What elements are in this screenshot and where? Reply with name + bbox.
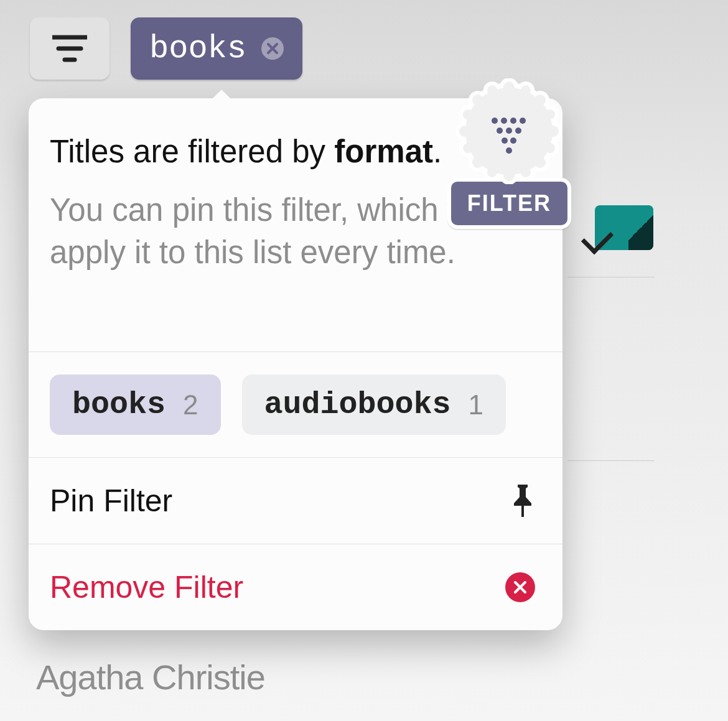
- sort-filter-button[interactable]: [30, 17, 110, 80]
- svg-point-25: [492, 118, 498, 124]
- option-count: 2: [183, 389, 198, 421]
- pin-icon: [510, 485, 535, 517]
- close-icon: [267, 43, 278, 54]
- option-label: books: [72, 387, 166, 422]
- remove-filter-label: Remove Filter: [50, 569, 243, 605]
- popover-title-prefix: Titles are filtered by: [50, 134, 334, 169]
- popover-title-suffix: .: [433, 134, 442, 169]
- active-filter-label: books: [149, 30, 246, 67]
- row-divider: [567, 277, 655, 277]
- close-icon: [513, 580, 527, 594]
- svg-point-31: [515, 128, 521, 134]
- active-filter-chip[interactable]: books: [131, 17, 302, 80]
- filter-coachmark-badge: FILTER: [447, 78, 571, 229]
- svg-point-28: [520, 118, 526, 124]
- filter-options: books 2 audiobooks 1: [29, 352, 562, 457]
- svg-point-29: [497, 128, 503, 134]
- popover-title-strong: format: [334, 134, 433, 169]
- pin-filter-label: Pin Filter: [50, 483, 172, 519]
- topbar: books: [0, 0, 728, 80]
- filter-lines-icon: [52, 35, 87, 62]
- filter-option-audiobooks[interactable]: audiobooks 1: [242, 374, 506, 435]
- filter-badge-label: FILTER: [447, 178, 571, 229]
- option-count: 1: [469, 389, 483, 421]
- remove-icon-badge: [505, 572, 535, 602]
- svg-point-32: [502, 137, 508, 144]
- svg-point-27: [510, 118, 516, 124]
- svg-point-34: [506, 147, 512, 154]
- svg-point-30: [506, 128, 512, 134]
- svg-point-33: [510, 137, 516, 144]
- row-divider: [567, 460, 655, 461]
- pin-filter-row[interactable]: Pin Filter: [29, 457, 562, 544]
- option-label: audiobooks: [264, 387, 451, 422]
- remove-filter-row[interactable]: Remove Filter: [29, 544, 562, 630]
- clear-filter-button[interactable]: [261, 37, 284, 60]
- filter-option-books[interactable]: books 2: [50, 374, 221, 435]
- scalloped-badge: [456, 78, 562, 184]
- svg-point-26: [501, 118, 507, 124]
- author-name-truncated: Agatha Christie: [36, 657, 265, 697]
